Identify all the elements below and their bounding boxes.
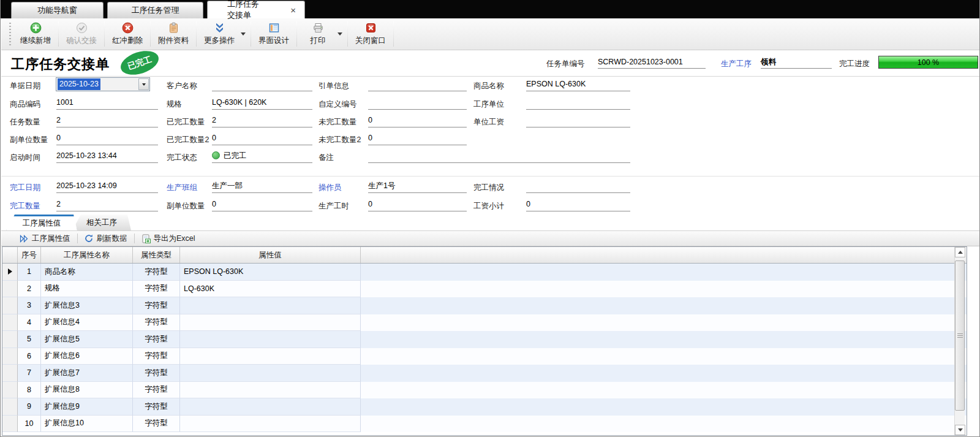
cell-attr-name[interactable]: 扩展信息4 <box>41 314 133 332</box>
tab-process-attributes[interactable]: 工序属性值 <box>6 215 77 230</box>
cell-attr-name[interactable]: 扩展信息6 <box>41 348 133 365</box>
cell-attr-value[interactable] <box>180 297 361 314</box>
scroll-down-button[interactable] <box>955 425 965 435</box>
close-window-button[interactable]: 关闭窗口 <box>349 18 392 50</box>
process-link[interactable]: 生产工序 <box>721 59 752 69</box>
start-time-field[interactable]: 2025-10-23 13:44 <box>56 150 158 163</box>
cell-no[interactable]: 3 <box>18 297 41 314</box>
cell-attr-value[interactable] <box>180 365 361 382</box>
row-selector[interactable] <box>2 281 18 298</box>
finish-situation-field[interactable] <box>526 180 630 193</box>
vertical-scrollbar[interactable] <box>954 247 965 435</box>
attachments-button[interactable]: 附件资料 <box>152 18 195 50</box>
cell-attr-name[interactable]: 扩展信息10 <box>41 416 133 433</box>
cell-attr-type[interactable]: 字符型 <box>133 416 180 433</box>
process-attributes-button[interactable]: 工序属性值 <box>14 231 76 246</box>
customer-name-field[interactable] <box>212 78 312 91</box>
cell-attr-name[interactable]: 扩展信息9 <box>41 398 133 416</box>
window-tab-handover-form[interactable]: 工序任务交接单 × <box>207 1 305 18</box>
cell-attr-value[interactable]: EPSON LQ-630K <box>180 264 361 281</box>
product-code-field[interactable]: 1001 <box>56 96 158 110</box>
table-row[interactable]: 5 扩展信息5 字符型 <box>2 331 967 348</box>
cell-attr-name[interactable]: 扩展信息8 <box>41 382 133 399</box>
tab-close-icon[interactable]: × <box>290 6 296 15</box>
row-selector[interactable] <box>2 365 18 382</box>
cell-attr-type[interactable]: 字符型 <box>133 398 180 416</box>
row-selector[interactable] <box>2 348 18 365</box>
cell-attr-value[interactable]: LQ-630K <box>180 281 361 298</box>
finished-qty-field[interactable]: 2 <box>212 114 312 127</box>
unfinished-qty2-field[interactable]: 0 <box>368 132 467 145</box>
row-selector[interactable] <box>2 314 18 332</box>
cell-attr-name[interactable]: 扩展信息5 <box>41 331 133 348</box>
export-excel-button[interactable]: 导出为Excel <box>136 231 201 246</box>
cell-no[interactable]: 9 <box>18 398 41 416</box>
source-order-field[interactable] <box>368 78 467 91</box>
cell-attr-type[interactable]: 字符型 <box>133 331 180 348</box>
doc-date-combobox[interactable]: 2025-10-23 <box>56 77 150 91</box>
refresh-data-button[interactable]: 刷新数据 <box>79 231 133 246</box>
row-selector[interactable] <box>2 416 18 433</box>
more-actions-button[interactable]: 更多操作 <box>198 20 241 48</box>
col-header-type[interactable]: 属性类型 <box>133 247 180 263</box>
cell-attr-name[interactable]: 扩展信息7 <box>41 365 133 382</box>
scrollbar-thumb[interactable] <box>955 260 965 411</box>
finished-qty2-field[interactable]: 0 <box>212 132 312 145</box>
print-button[interactable]: 打印 <box>298 20 337 48</box>
wage-subtotal-field[interactable]: 0 <box>526 198 630 211</box>
cell-no[interactable]: 5 <box>18 331 41 348</box>
table-row[interactable]: 8 扩展信息8 字符型 <box>2 382 967 399</box>
ui-design-button[interactable]: 界面设计 <box>252 18 295 50</box>
cell-attr-type[interactable]: 字符型 <box>133 264 180 281</box>
more-actions-dropdown-arrow-icon[interactable] <box>241 32 246 36</box>
table-row[interactable]: 3 扩展信息3 字符型 <box>2 297 967 314</box>
aux-unit-qty2-field[interactable]: 0 <box>212 198 312 211</box>
col-header-name[interactable]: 工序属性名称 <box>41 247 133 263</box>
finish-status-field[interactable]: 已完工 <box>212 150 312 163</box>
row-selector[interactable] <box>2 297 18 314</box>
row-selector[interactable] <box>2 331 18 348</box>
cell-attr-type[interactable]: 字符型 <box>133 297 180 314</box>
finish-qty-label[interactable]: 完工数量 <box>10 201 40 211</box>
unfinished-qty-field[interactable]: 0 <box>368 114 467 127</box>
row-selector[interactable] <box>2 398 18 416</box>
cell-attr-value[interactable] <box>180 382 361 399</box>
cell-attr-type[interactable]: 字符型 <box>133 281 180 298</box>
cell-attr-name[interactable]: 扩展信息3 <box>41 297 133 314</box>
col-header-value[interactable]: 属性值 <box>180 247 361 263</box>
remark-field[interactable] <box>368 150 630 163</box>
work-hours-field[interactable]: 0 <box>368 198 467 211</box>
grid-corner-cell[interactable] <box>2 247 18 263</box>
window-tab-nav-panel[interactable]: 功能导航窗 <box>11 2 104 18</box>
cell-attr-type[interactable]: 字符型 <box>133 365 180 382</box>
table-row[interactable]: 10 扩展信息10 字符型 <box>2 416 967 433</box>
process-field[interactable]: 领料 <box>761 55 832 69</box>
operator-field[interactable]: 生产1号 <box>368 180 467 193</box>
cell-attr-type[interactable]: 字符型 <box>133 314 180 332</box>
doc-date-value[interactable]: 2025-10-23 <box>58 78 100 90</box>
table-row[interactable]: 9 扩展信息9 字符型 <box>2 398 967 416</box>
cell-attr-value[interactable] <box>180 331 361 348</box>
combo-dropdown-button[interactable] <box>138 78 149 90</box>
cell-no[interactable]: 6 <box>18 348 41 365</box>
task-no-field[interactable]: SCRWD-20251023-0001 <box>598 55 706 69</box>
cell-no[interactable]: 1 <box>18 264 41 281</box>
finish-date-field[interactable]: 2025-10-23 14:09 <box>56 180 158 193</box>
cell-attr-value[interactable] <box>180 416 361 433</box>
print-dropdown-arrow-icon[interactable] <box>337 32 342 36</box>
continue-add-button[interactable]: 继续新增 <box>14 18 57 50</box>
scroll-up-button[interactable] <box>955 247 965 257</box>
aux-unit-qty-field[interactable]: 0 <box>56 132 158 145</box>
cell-no[interactable]: 10 <box>18 416 41 433</box>
toolbar-grip[interactable] <box>9 23 11 45</box>
row-selector[interactable] <box>2 382 18 399</box>
cell-no[interactable]: 4 <box>18 314 41 332</box>
table-row[interactable]: 2 规格 字符型 LQ-630K <box>2 281 967 298</box>
operator-label[interactable]: 操作员 <box>318 183 342 193</box>
cell-attr-value[interactable] <box>180 348 361 365</box>
confirm-handover-button[interactable]: 确认交接 <box>60 18 103 50</box>
col-header-no[interactable]: 序号 <box>18 247 41 263</box>
cell-no[interactable]: 2 <box>18 281 41 298</box>
cell-attr-type[interactable]: 字符型 <box>133 348 180 365</box>
table-row[interactable]: 6 扩展信息6 字符型 <box>2 348 967 365</box>
